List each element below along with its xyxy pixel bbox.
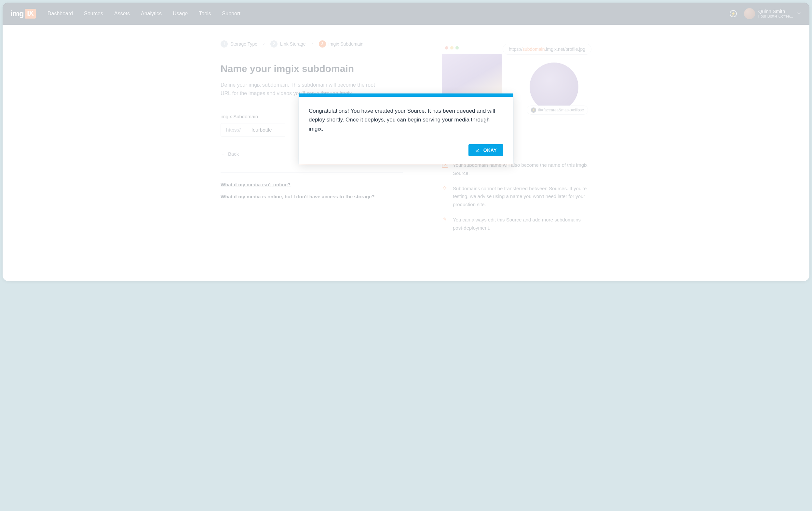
modal-overlay: Congratulations! You have created your S… bbox=[3, 3, 809, 281]
okay-button[interactable]: OKAY bbox=[468, 144, 503, 156]
modal-message: Congratulations! You have created your S… bbox=[309, 107, 503, 133]
success-modal: Congratulations! You have created your S… bbox=[299, 93, 513, 164]
check-icon bbox=[475, 147, 480, 153]
